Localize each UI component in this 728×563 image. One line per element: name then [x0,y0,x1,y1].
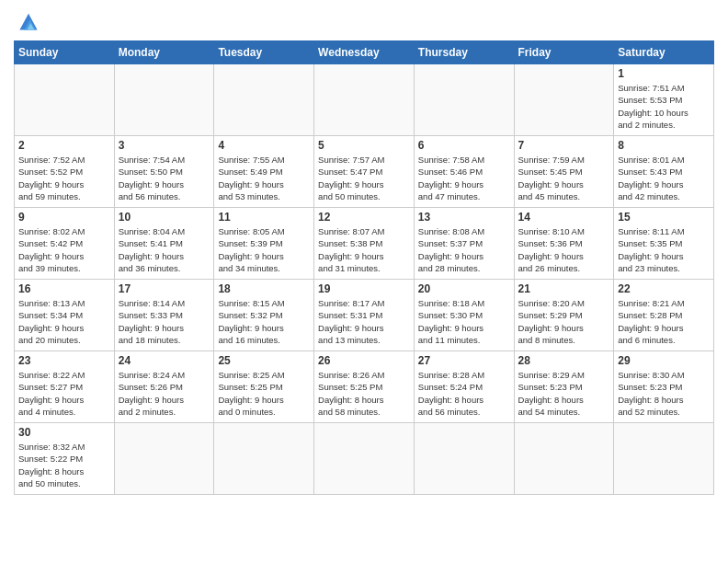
day-number: 13 [418,211,510,224]
day-number: 8 [618,139,710,152]
calendar-cell: 20Sunrise: 8:18 AM Sunset: 5:30 PM Dayli… [414,280,514,351]
weekday-header-monday: Monday [114,41,214,64]
day-info: Sunrise: 8:30 AM Sunset: 5:23 PM Dayligh… [618,369,710,418]
calendar-cell [514,64,614,136]
calendar-body: 1Sunrise: 7:51 AM Sunset: 5:53 PM Daylig… [15,64,714,495]
day-number: 9 [18,211,110,224]
calendar-cell: 11Sunrise: 8:05 AM Sunset: 5:39 PM Dayli… [214,208,314,280]
calendar-cell: 27Sunrise: 8:28 AM Sunset: 5:24 PM Dayli… [414,351,514,423]
weekday-header-saturday: Saturday [614,41,714,64]
calendar-cell: 6Sunrise: 7:58 AM Sunset: 5:46 PM Daylig… [414,136,514,208]
calendar-cell: 9Sunrise: 8:02 AM Sunset: 5:42 PM Daylig… [15,208,115,280]
day-info: Sunrise: 7:55 AM Sunset: 5:49 PM Dayligh… [218,154,310,202]
weekday-header-thursday: Thursday [414,41,514,64]
calendar-cell [314,64,415,136]
calendar-cell [214,64,314,136]
calendar-cell [414,423,514,495]
day-number: 24 [119,354,210,367]
day-info: Sunrise: 8:08 AM Sunset: 5:37 PM Dayligh… [418,225,510,274]
day-number: 7 [518,139,610,152]
day-info: Sunrise: 7:59 AM Sunset: 5:45 PM Dayligh… [518,154,610,202]
calendar-cell [214,423,314,495]
logo [14,9,47,35]
day-number: 26 [318,354,410,367]
calendar-cell: 12Sunrise: 8:07 AM Sunset: 5:38 PM Dayli… [314,208,415,280]
day-number: 2 [18,139,110,152]
day-number: 12 [318,211,410,224]
day-info: Sunrise: 7:57 AM Sunset: 5:47 PM Dayligh… [318,154,410,202]
day-info: Sunrise: 8:24 AM Sunset: 5:26 PM Dayligh… [119,369,210,418]
calendar-cell: 8Sunrise: 8:01 AM Sunset: 5:43 PM Daylig… [614,136,714,208]
calendar-cell: 24Sunrise: 8:24 AM Sunset: 5:26 PM Dayli… [114,351,214,423]
calendar-cell: 7Sunrise: 7:59 AM Sunset: 5:45 PM Daylig… [514,136,614,208]
calendar-cell: 18Sunrise: 8:15 AM Sunset: 5:32 PM Dayli… [214,280,314,351]
page: SundayMondayTuesdayWednesdayThursdayFrid… [0,0,728,504]
day-info: Sunrise: 8:01 AM Sunset: 5:43 PM Dayligh… [618,154,710,202]
day-number: 5 [318,139,410,152]
day-number: 6 [418,139,510,152]
calendar-cell: 1Sunrise: 7:51 AM Sunset: 5:53 PM Daylig… [614,64,714,136]
week-row-4: 16Sunrise: 8:13 AM Sunset: 5:34 PM Dayli… [15,280,714,351]
day-info: Sunrise: 8:07 AM Sunset: 5:38 PM Dayligh… [318,225,410,274]
weekday-header-tuesday: Tuesday [214,41,314,64]
day-number: 30 [18,426,110,439]
calendar-cell: 23Sunrise: 8:22 AM Sunset: 5:27 PM Dayli… [15,351,115,423]
day-number: 23 [18,354,110,367]
week-row-1: 1Sunrise: 7:51 AM Sunset: 5:53 PM Daylig… [15,64,714,136]
day-info: Sunrise: 8:20 AM Sunset: 5:29 PM Dayligh… [518,297,610,346]
calendar-header: SundayMondayTuesdayWednesdayThursdayFrid… [15,41,714,64]
week-row-5: 23Sunrise: 8:22 AM Sunset: 5:27 PM Dayli… [15,351,714,423]
calendar-cell: 15Sunrise: 8:11 AM Sunset: 5:35 PM Dayli… [614,208,714,280]
weekday-header-wednesday: Wednesday [314,41,415,64]
day-info: Sunrise: 8:28 AM Sunset: 5:24 PM Dayligh… [418,369,510,418]
day-number: 18 [218,282,310,295]
calendar-cell [114,64,214,136]
day-number: 11 [218,211,310,224]
week-row-3: 9Sunrise: 8:02 AM Sunset: 5:42 PM Daylig… [15,208,714,280]
day-info: Sunrise: 8:10 AM Sunset: 5:36 PM Dayligh… [518,225,610,274]
day-number: 1 [618,67,710,80]
weekday-row: SundayMondayTuesdayWednesdayThursdayFrid… [15,41,714,64]
day-info: Sunrise: 8:02 AM Sunset: 5:42 PM Dayligh… [18,225,110,274]
calendar-cell [614,423,714,495]
calendar-cell [414,64,514,136]
day-info: Sunrise: 8:11 AM Sunset: 5:35 PM Dayligh… [618,225,710,274]
calendar-cell: 10Sunrise: 8:04 AM Sunset: 5:41 PM Dayli… [114,208,214,280]
weekday-header-sunday: Sunday [15,41,115,64]
day-info: Sunrise: 8:25 AM Sunset: 5:25 PM Dayligh… [218,369,310,418]
day-info: Sunrise: 7:58 AM Sunset: 5:46 PM Dayligh… [418,154,510,202]
calendar-cell: 19Sunrise: 8:17 AM Sunset: 5:31 PM Dayli… [314,280,415,351]
calendar-cell: 5Sunrise: 7:57 AM Sunset: 5:47 PM Daylig… [314,136,415,208]
calendar-cell: 13Sunrise: 8:08 AM Sunset: 5:37 PM Dayli… [414,208,514,280]
day-number: 25 [218,354,310,367]
day-info: Sunrise: 7:54 AM Sunset: 5:50 PM Dayligh… [119,154,210,202]
header-area [14,9,714,35]
calendar-cell [314,423,415,495]
day-info: Sunrise: 7:51 AM Sunset: 5:53 PM Dayligh… [618,82,710,131]
calendar-cell: 4Sunrise: 7:55 AM Sunset: 5:49 PM Daylig… [214,136,314,208]
calendar-cell: 29Sunrise: 8:30 AM Sunset: 5:23 PM Dayli… [614,351,714,423]
day-info: Sunrise: 7:52 AM Sunset: 5:52 PM Dayligh… [18,154,110,202]
calendar-cell: 22Sunrise: 8:21 AM Sunset: 5:28 PM Dayli… [614,280,714,351]
week-row-6: 30Sunrise: 8:32 AM Sunset: 5:22 PM Dayli… [15,423,714,495]
day-info: Sunrise: 8:04 AM Sunset: 5:41 PM Dayligh… [119,225,210,274]
day-number: 20 [418,282,510,295]
day-info: Sunrise: 8:05 AM Sunset: 5:39 PM Dayligh… [218,225,310,274]
calendar-cell: 26Sunrise: 8:26 AM Sunset: 5:25 PM Dayli… [314,351,415,423]
week-row-2: 2Sunrise: 7:52 AM Sunset: 5:52 PM Daylig… [15,136,714,208]
calendar-cell [514,423,614,495]
day-number: 3 [119,139,210,152]
calendar-cell [114,423,214,495]
weekday-header-friday: Friday [514,41,614,64]
day-number: 29 [618,354,710,367]
logo-icon [14,9,43,35]
calendar-cell: 25Sunrise: 8:25 AM Sunset: 5:25 PM Dayli… [214,351,314,423]
day-number: 16 [18,282,110,295]
calendar-cell: 21Sunrise: 8:20 AM Sunset: 5:29 PM Dayli… [514,280,614,351]
calendar-table: SundayMondayTuesdayWednesdayThursdayFrid… [14,40,714,495]
day-info: Sunrise: 8:15 AM Sunset: 5:32 PM Dayligh… [218,297,310,346]
calendar-cell: 30Sunrise: 8:32 AM Sunset: 5:22 PM Dayli… [15,423,115,495]
day-info: Sunrise: 8:18 AM Sunset: 5:30 PM Dayligh… [418,297,510,346]
day-number: 22 [618,282,710,295]
calendar-cell: 28Sunrise: 8:29 AM Sunset: 5:23 PM Dayli… [514,351,614,423]
